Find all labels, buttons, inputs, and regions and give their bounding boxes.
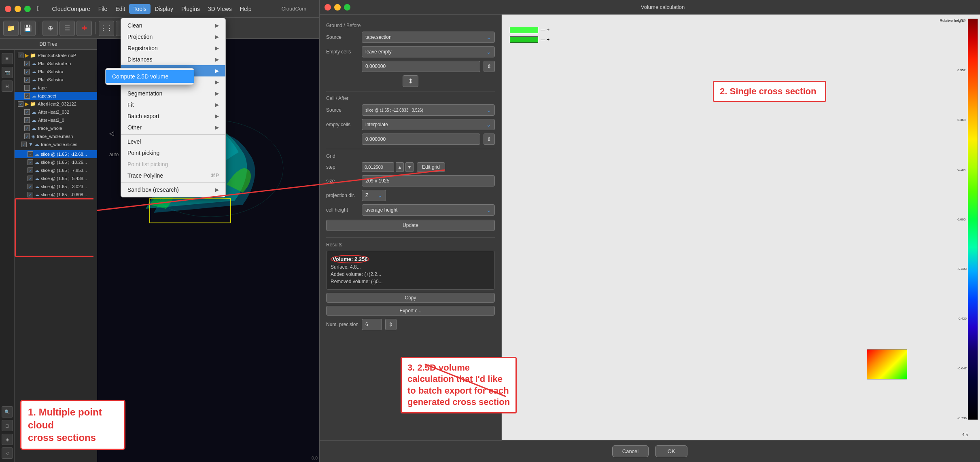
menu-level[interactable]: Level xyxy=(121,136,225,147)
side-btn2[interactable]: ◈ xyxy=(2,434,13,445)
tree-item-afterheat2[interactable]: ☁ AfterHeat2_032 xyxy=(15,108,97,116)
dialog-close-btn[interactable] xyxy=(325,4,331,11)
tree-item-plainsubstra2[interactable]: ☁ PlainSubstra xyxy=(15,68,97,76)
slice-item-2[interactable]: ☁ slice @ (1.65 ; -7.853... xyxy=(15,166,97,174)
menu-tools[interactable]: Tools xyxy=(129,4,151,14)
crosshair-btn[interactable]: ⊕ xyxy=(42,21,58,36)
precision-input[interactable]: 6 xyxy=(362,319,382,330)
list-btn[interactable]: ☰ xyxy=(59,21,75,36)
tree-item-tape[interactable]: ☁ tape xyxy=(15,84,97,92)
ground-value-input[interactable]: 0.000000 xyxy=(362,61,480,72)
checkbox[interactable] xyxy=(24,117,30,123)
grid-cellheight-select[interactable]: average height ⌄ xyxy=(362,204,495,216)
grid-projdir-select[interactable]: Z ⌄ xyxy=(362,190,386,201)
open-btn[interactable]: 📁 xyxy=(3,21,19,36)
step-spin-up[interactable]: ▲ xyxy=(396,162,404,172)
cancel-button[interactable]: Cancel xyxy=(612,445,649,457)
tree-item-tracemesh[interactable]: ◈ trace_whole.mesh xyxy=(15,132,97,140)
menu-clean[interactable]: Clean ▶ xyxy=(121,20,225,31)
plus-red-btn[interactable]: ✚ xyxy=(76,21,92,36)
slice-checkbox-2[interactable] xyxy=(28,167,33,173)
tree-item-traceslices[interactable]: ▼ ☁ trace_whole.slices xyxy=(15,140,97,148)
slice-item-1[interactable]: ☁ slice @ (1.65 ; -10.26... xyxy=(15,158,97,166)
slice-checkbox-4[interactable] xyxy=(28,184,33,189)
checkbox-tape[interactable] xyxy=(24,85,30,91)
ground-empty-select[interactable]: leave empty ⌄ xyxy=(362,46,495,57)
slice-checkbox-5[interactable] xyxy=(28,192,33,197)
ground-spin-btn[interactable]: ⇕ xyxy=(484,61,495,72)
checkbox[interactable] xyxy=(24,125,30,131)
menu-other[interactable]: Other ▶ xyxy=(121,122,225,133)
export-button[interactable]: Export c... xyxy=(326,306,495,316)
checkbox[interactable] xyxy=(24,77,30,83)
copy-button[interactable]: Copy xyxy=(326,293,495,303)
scatter-btn[interactable]: ⋮⋮ xyxy=(99,21,114,36)
tree-item-plainsubstrate-n[interactable]: ☁ PlainSubstrate-n xyxy=(15,59,97,68)
slice-checkbox-0[interactable] xyxy=(28,151,33,157)
menu-segmentation[interactable]: Segmentation ▶ xyxy=(121,88,225,99)
tree-item-plainsubstrate-folder[interactable]: ▶ 📁 PlainSubstrate-noP xyxy=(15,51,97,59)
slice-item-4[interactable]: ☁ slice @ (1.65 ; -3.023... xyxy=(15,182,97,191)
maximize-button[interactable] xyxy=(24,6,31,12)
ok-button[interactable]: OK xyxy=(655,445,687,457)
cell-source-select[interactable]: slice @ (1.65 ; -12.6833 ; 3.526) ⌄ xyxy=(362,104,495,116)
cell-empty-select[interactable]: interpolate ⌄ xyxy=(362,119,495,130)
menu-tracepolyline[interactable]: Trace Polyline ⌘P xyxy=(121,170,225,181)
cell-value-input[interactable]: 0.000000 xyxy=(362,134,480,145)
tree-item-trace[interactable]: ☁ trace_whole xyxy=(15,124,97,132)
volume-submenu[interactable]: Compute 2.5D volume xyxy=(105,68,194,85)
tree-item-tapesect[interactable]: ☁ tape.sect xyxy=(15,92,97,100)
checkbox[interactable] xyxy=(21,142,27,147)
tree-item-afterheat-folder[interactable]: ▶ 📁 AfterHeat2_032122 xyxy=(15,100,97,108)
menu-distances[interactable]: Distances ▶ xyxy=(121,54,225,65)
menu-edit[interactable]: Edit xyxy=(111,4,129,14)
menu-fit[interactable]: Fit ▶ xyxy=(121,99,225,110)
zoom-icon[interactable]: 🔍 xyxy=(2,406,13,417)
ground-source-select[interactable]: tape.section ⌄ xyxy=(362,32,495,43)
checkbox[interactable] xyxy=(24,61,30,66)
menu-cloudcompare[interactable]: CloudCompare xyxy=(48,4,94,14)
menu-plugins[interactable]: Plugins xyxy=(177,4,204,14)
menu-3dviews[interactable]: 3D Views xyxy=(204,4,236,14)
camera-icon[interactable]: 📷 xyxy=(2,67,13,78)
dialog-maximize-btn[interactable] xyxy=(344,4,350,11)
menu-display[interactable]: Display xyxy=(151,4,177,14)
checkbox[interactable] xyxy=(24,69,30,74)
update-button[interactable]: Update xyxy=(326,220,495,231)
checkbox-plainsubstrate[interactable] xyxy=(18,53,23,58)
edit-grid-btn[interactable]: Edit grid xyxy=(417,162,445,172)
step-value-input[interactable]: 0.012500 xyxy=(362,162,394,172)
menu-projection[interactable]: Projection ▶ xyxy=(121,31,225,42)
dialog-minimize-btn[interactable] xyxy=(334,4,341,11)
menu-registration[interactable]: Registration ▶ xyxy=(121,42,225,54)
cell-spin-btn[interactable]: ⇕ xyxy=(484,134,495,145)
slice-checkbox-1[interactable] xyxy=(28,159,33,165)
slice-item-5[interactable]: ☁ slice @ (1.65 ; -0.608... xyxy=(15,191,97,199)
menu-pointpicking[interactable]: Point picking xyxy=(121,147,225,159)
cube-icon[interactable]: ◻ xyxy=(2,420,13,431)
step-spin-down[interactable]: ▼ xyxy=(405,162,414,172)
eye-icon[interactable]: 👁 xyxy=(2,53,13,64)
slice-checkbox-3[interactable] xyxy=(28,176,33,181)
minimize-button[interactable] xyxy=(15,6,21,12)
tools-dropdown-menu[interactable]: Clean ▶ Projection ▶ Registration ▶ Dist… xyxy=(121,18,226,197)
menu-sandbox[interactable]: Sand box (research) ▶ xyxy=(121,184,225,195)
ruler-icon[interactable]: Η xyxy=(2,81,13,92)
menu-batchexport[interactable]: Batch export ▶ xyxy=(121,110,225,122)
slice-item-0[interactable]: ☁ slice @ (1.65 ; -12.68... xyxy=(15,150,97,158)
checkbox-afterheat[interactable] xyxy=(18,101,23,107)
tree-item-plainsubstra3[interactable]: ☁ PlainSubstra xyxy=(15,76,97,84)
checkbox[interactable] xyxy=(24,109,30,115)
arrow-left-icon[interactable]: ◁ xyxy=(2,447,13,459)
menu-file[interactable]: File xyxy=(94,4,112,14)
slice-item-3[interactable]: ☁ slice @ (1.65 ; -5.438... xyxy=(15,174,97,182)
checkbox-tapesect[interactable] xyxy=(24,93,30,99)
precision-spin[interactable]: ⇕ xyxy=(385,319,397,330)
swap-button[interactable]: ⬍ xyxy=(403,75,418,87)
close-button[interactable] xyxy=(5,6,11,12)
submenu-compute-volume[interactable]: Compute 2.5D volume xyxy=(106,70,194,83)
save-btn[interactable]: 💾 xyxy=(20,21,36,36)
checkbox[interactable] xyxy=(24,134,30,139)
menu-help[interactable]: Help xyxy=(236,4,256,14)
tree-item-afterheat3[interactable]: ☁ AfterHeat2_0 xyxy=(15,116,97,124)
